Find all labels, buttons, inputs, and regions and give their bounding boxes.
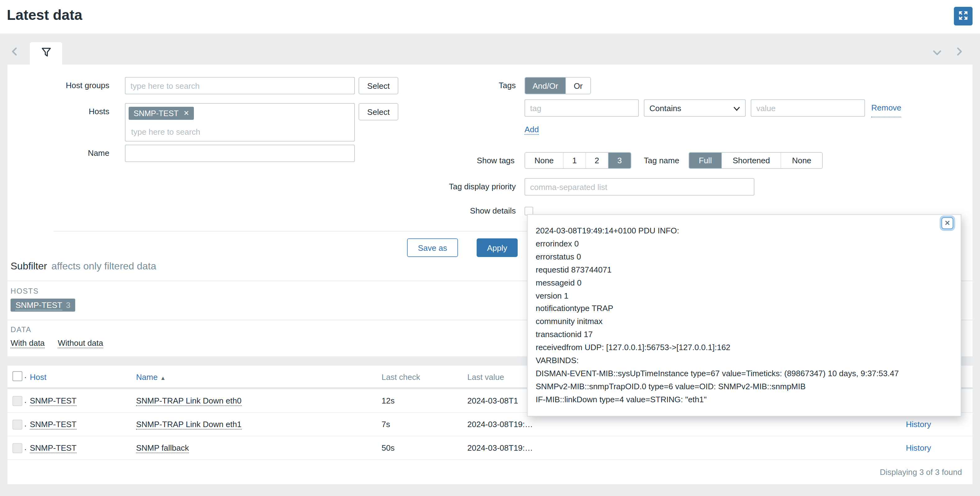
subfilter-hosts-heading: HOSTS xyxy=(11,287,39,295)
tag-remove-link[interactable]: Remove xyxy=(871,99,901,117)
sort-asc-icon: ▲ xyxy=(160,375,165,381)
expand-icon xyxy=(958,10,969,23)
popup-line: DISMAN-EVENT-MIB::sysUpTimeInstance type… xyxy=(536,368,952,380)
save-as-button[interactable]: Save as xyxy=(407,238,458,257)
table-row: . SNMP-TEST SNMP fallback 50s 2024-03-08… xyxy=(8,436,972,460)
host-groups-input[interactable] xyxy=(125,77,355,94)
collapse-left-chevron-icon[interactable] xyxy=(9,46,21,59)
host-groups-select-button[interactable]: Select xyxy=(359,77,398,94)
tag-operator-select[interactable]: Contains xyxy=(644,99,746,117)
tag-name-full[interactable]: Full xyxy=(689,153,721,168)
apply-button[interactable]: Apply xyxy=(477,238,518,257)
hosts-select-button[interactable]: Select xyxy=(359,103,398,120)
subfilter-heading: Subfilteraffects only filtered data xyxy=(11,261,156,272)
subfilter-data-heading: DATA xyxy=(11,325,31,334)
popup-line: SNMPv2-MIB::snmpTrapOID.0 type=6 value=O… xyxy=(536,380,952,394)
header-last-check: Last check xyxy=(382,366,420,388)
subfilter-host-badge-count: 3 xyxy=(66,301,70,310)
pdu-info-popup: ✕ 2024-03-08T19:49:14+0100 PDU INFO: err… xyxy=(527,214,961,417)
popup-line: transactionid 17 xyxy=(536,329,952,342)
latest-data-page: Latest data xyxy=(0,0,980,496)
popup-line: requestid 873744071 xyxy=(536,263,952,277)
host-chip-label: SNMP-TEST xyxy=(134,109,178,118)
hosts-multiselect[interactable]: SNMP-TEST ✕ type here to search xyxy=(125,103,355,141)
item-name-cell[interactable]: SNMP-TRAP Link Down eth0 xyxy=(136,389,242,413)
popup-line: community initmax xyxy=(536,316,952,329)
page-title: Latest data xyxy=(7,7,82,24)
tag-value-input[interactable] xyxy=(751,99,865,117)
fullscreen-button[interactable] xyxy=(954,7,972,25)
item-name-cell[interactable]: SNMP-TRAP Link Down eth1 xyxy=(136,413,242,436)
popup-line: receivedfrom UDP: [127.0.0.1]:56753->[12… xyxy=(536,341,952,355)
tag-add-link[interactable]: Add xyxy=(525,125,539,135)
host-cell[interactable]: SNMP-TEST xyxy=(30,436,76,460)
popup-line: version 1 xyxy=(536,290,952,303)
subfilter-host-badge[interactable]: SNMP-TEST 3 xyxy=(11,299,75,312)
show-tags-none[interactable]: None xyxy=(525,153,563,168)
show-tags-label: Show tags xyxy=(390,152,515,169)
tag-display-priority-input[interactable] xyxy=(525,178,754,195)
row-checkbox[interactable] xyxy=(13,420,22,429)
filter-tab[interactable] xyxy=(30,42,62,65)
popup-line: notificationtype TRAP xyxy=(536,303,952,316)
host-cell[interactable]: SNMP-TEST xyxy=(30,389,76,413)
subfilter-note: affects only filtered data xyxy=(51,261,156,271)
host-groups-label: Host groups xyxy=(8,77,109,94)
popup-line: VARBINDS: xyxy=(536,355,952,368)
table-footer-count: Displaying 3 of 3 found xyxy=(8,460,972,484)
show-details-label: Show details xyxy=(391,205,516,217)
row-marker: . xyxy=(24,395,26,405)
last-value-cell: 2024-03-08T1 xyxy=(467,389,518,413)
header-marker: . xyxy=(24,371,26,380)
tag-operator-value: Contains xyxy=(649,103,681,113)
history-link[interactable]: History xyxy=(871,436,966,460)
show-tags-toggle: None 1 2 3 xyxy=(525,152,632,169)
subfilter-title: Subfilter xyxy=(11,261,47,271)
header-last-value: Last value xyxy=(467,366,504,388)
show-tags-1[interactable]: 1 xyxy=(563,153,585,168)
collapse-filter-chevron-down-icon[interactable] xyxy=(931,47,943,60)
row-checkbox[interactable] xyxy=(13,396,22,406)
with-data-link[interactable]: With data xyxy=(11,338,45,348)
tags-label: Tags xyxy=(404,77,516,94)
popup-line: IF-MIB::linkDown type=4 value=STRING: "e… xyxy=(536,394,952,407)
header-host[interactable]: Host xyxy=(30,366,46,388)
name-input[interactable] xyxy=(125,145,355,162)
tag-name-label: Tag name xyxy=(644,152,682,169)
row-marker: . xyxy=(24,443,26,452)
popup-line: errorstatus 0 xyxy=(536,251,952,264)
header-name[interactable]: Name▲ xyxy=(136,366,165,390)
hosts-label: Hosts xyxy=(8,103,109,120)
popup-line: errorindex 0 xyxy=(536,238,952,251)
title-band: Latest data xyxy=(0,0,980,33)
show-tags-2[interactable]: 2 xyxy=(585,153,608,168)
tag-name-toggle: Full Shortened None xyxy=(689,152,823,169)
chip-remove-icon[interactable]: ✕ xyxy=(183,109,189,117)
popup-close-icon[interactable]: ✕ xyxy=(942,217,953,229)
host-cell[interactable]: SNMP-TEST xyxy=(30,413,76,436)
tags-operator-or[interactable]: Or xyxy=(565,78,590,94)
row-checkbox[interactable] xyxy=(13,443,22,453)
select-all-checkbox[interactable] xyxy=(13,371,22,381)
host-chip[interactable]: SNMP-TEST ✕ xyxy=(129,107,194,120)
last-value-cell: 2024-03-08T19:… xyxy=(467,413,533,436)
tags-operator-andor[interactable]: And/Or xyxy=(525,78,565,94)
tag-name-none[interactable]: None xyxy=(781,153,822,168)
last-value-cell: 2024-03-08T19:… xyxy=(467,436,533,460)
row-marker: . xyxy=(24,419,26,428)
last-check-cell: 12s xyxy=(382,389,395,413)
name-label: Name xyxy=(8,145,109,162)
select-chevron-down-icon xyxy=(733,106,740,111)
popup-line: messageid 0 xyxy=(536,277,952,290)
popup-line: 2024-03-08T19:49:14+0100 PDU INFO: xyxy=(536,225,952,238)
subfilter-host-badge-label[interactable]: SNMP-TEST xyxy=(16,300,62,310)
tags-operator-toggle: And/Or Or xyxy=(525,77,591,94)
show-tags-3[interactable]: 3 xyxy=(608,153,631,168)
hosts-placeholder: type here to search xyxy=(131,127,200,136)
tag-name-shortened[interactable]: Shortened xyxy=(721,153,781,168)
without-data-link[interactable]: Without data xyxy=(58,338,103,348)
next-chevron-right-icon[interactable] xyxy=(953,46,966,59)
item-name-cell[interactable]: SNMP fallback xyxy=(136,436,189,460)
tag-input[interactable] xyxy=(525,99,639,117)
last-check-cell: 50s xyxy=(382,436,395,460)
